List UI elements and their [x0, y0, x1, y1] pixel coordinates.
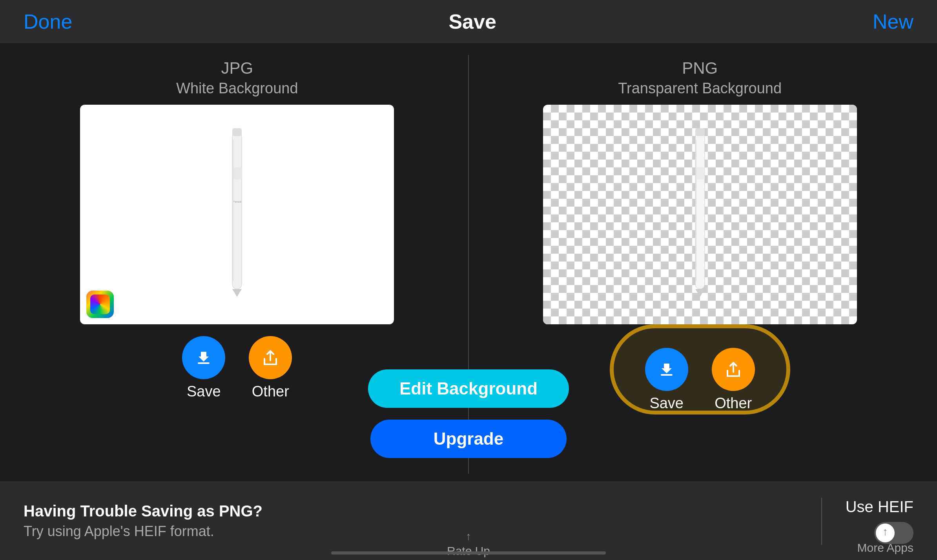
rate-up-button[interactable]: Rate Up: [447, 544, 490, 558]
jpg-other-button[interactable]: [249, 336, 292, 379]
jpg-save-label: Save: [187, 383, 221, 400]
svg-rect-2: [232, 128, 242, 136]
png-format-label: PNG: [682, 59, 718, 78]
trouble-subtitle: Try using Apple's HEIF format.: [24, 523, 798, 540]
jpg-format-label: JPG: [221, 59, 253, 78]
png-transparent-background: [543, 105, 857, 324]
svg-rect-7: [695, 132, 705, 289]
png-panel: PNG Transparent Background: [486, 59, 913, 412]
jpg-panel: JPG White Background Pencil: [24, 59, 451, 400]
jpg-other-group: Other: [249, 336, 292, 400]
scroll-up-arrow: ↑: [447, 530, 490, 543]
png-save-group: Save: [645, 348, 688, 412]
svg-rect-10: [695, 167, 705, 179]
use-heif-label: Use HEIF: [846, 498, 913, 516]
scroll-bar: [331, 551, 606, 555]
more-apps-label[interactable]: More Apps: [857, 541, 913, 555]
jpg-bg-label: White Background: [176, 80, 298, 97]
app-icon: [86, 291, 114, 318]
svg-rect-6: [198, 362, 210, 364]
app-icon-inner: [90, 295, 110, 314]
edit-background-button[interactable]: Edit Background: [368, 369, 569, 408]
svg-rect-9: [695, 128, 705, 136]
svg-rect-5: [232, 140, 233, 281]
more-apps-area: ↑ More Apps: [857, 525, 913, 555]
bottom-divider: [821, 498, 822, 545]
jpg-action-buttons: Save Other: [182, 336, 292, 400]
jpg-other-label: Other: [252, 383, 289, 400]
header: Done Save New: [0, 0, 937, 43]
svg-marker-1: [232, 289, 242, 297]
png-save-button[interactable]: [645, 348, 688, 391]
jpg-save-button[interactable]: [182, 336, 225, 379]
download-icon: [194, 348, 213, 367]
bottom-left-content: Having Trouble Saving as PNG? Try using …: [24, 502, 798, 540]
share-icon: [261, 348, 280, 367]
svg-rect-12: [661, 374, 673, 376]
jpg-image-container: Pencil: [80, 105, 394, 324]
download-icon-png: [657, 360, 676, 379]
trouble-title: Having Trouble Saving as PNG?: [24, 502, 798, 520]
jpg-save-group: Save: [182, 336, 225, 400]
scroll-indicator: [331, 551, 606, 555]
header-title: Save: [448, 10, 496, 33]
upgrade-button[interactable]: Upgrade: [370, 420, 567, 458]
apple-pencil-transparent: [684, 116, 716, 313]
png-bg-label: Transparent Background: [618, 80, 782, 97]
png-other-label: Other: [715, 395, 752, 412]
svg-marker-8: [695, 289, 705, 297]
apple-pencil-white: Pencil: [221, 116, 253, 313]
png-other-group: Other: [712, 348, 755, 412]
jpg-white-background: Pencil: [80, 105, 394, 324]
center-buttons: Edit Background Upgrade: [368, 369, 569, 458]
png-action-buttons: Save Other: [645, 348, 755, 412]
svg-rect-11: [695, 140, 696, 281]
more-apps-arrow: ↑: [882, 525, 888, 538]
svg-rect-3: [232, 167, 242, 179]
share-icon-png: [724, 360, 743, 379]
svg-text:Pencil: Pencil: [233, 200, 241, 204]
png-save-label: Save: [649, 395, 684, 412]
svg-rect-0: [232, 132, 242, 289]
new-button[interactable]: New: [873, 10, 913, 33]
png-image-container: [543, 105, 857, 324]
done-button[interactable]: Done: [24, 10, 72, 33]
png-other-button[interactable]: [712, 348, 755, 391]
